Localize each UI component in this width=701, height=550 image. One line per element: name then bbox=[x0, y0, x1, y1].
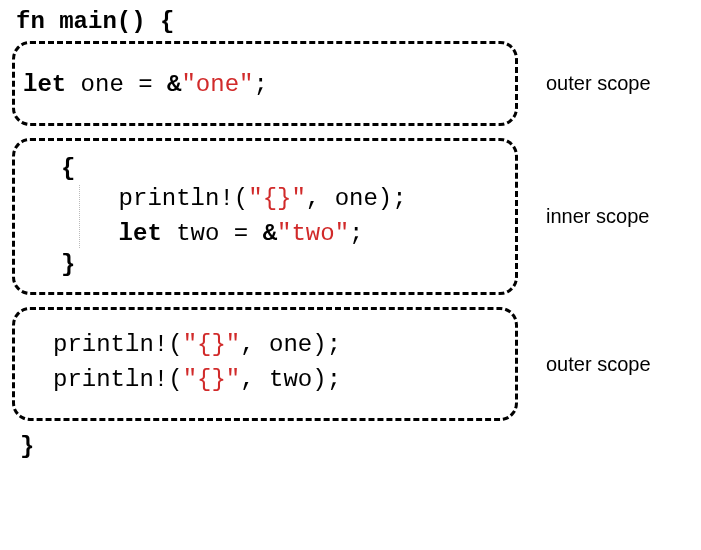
inner-brace-open: { bbox=[61, 155, 507, 182]
semi-two: ; bbox=[349, 220, 363, 247]
println-call-3b: , two); bbox=[240, 366, 341, 393]
outer-scope-row-2: println!("{}", one); println!("{}", two)… bbox=[12, 307, 701, 421]
amp-one: & bbox=[167, 71, 181, 98]
println-call-3a: println!( bbox=[53, 366, 183, 393]
inner-brace-close: } bbox=[61, 251, 507, 278]
outer-scope-box-2: println!("{}", one); println!("{}", two)… bbox=[12, 307, 518, 421]
inner-scope-box: { println!("{}", one); let two = &"two";… bbox=[12, 138, 518, 296]
println-two-outer: println!("{}", two); bbox=[23, 363, 507, 398]
one-equals: one = bbox=[81, 71, 167, 98]
fmt-outer-2: "{}" bbox=[183, 366, 241, 393]
string-two: "two" bbox=[277, 220, 349, 247]
println-call-1a: println!( bbox=[119, 185, 249, 212]
println-call-2b: , one); bbox=[240, 331, 341, 358]
inner-scope-label: inner scope bbox=[546, 205, 649, 228]
let-keyword: let bbox=[23, 71, 81, 98]
two-equals: two = bbox=[176, 220, 262, 247]
fn-main-text: fn main() { bbox=[16, 8, 174, 35]
let-keyword-two: let bbox=[119, 220, 177, 247]
fn-main-open: fn main() { bbox=[16, 8, 701, 35]
fmt-inner-1: "{}" bbox=[248, 185, 306, 212]
inner-scope-row: { println!("{}", one); let two = &"two";… bbox=[12, 138, 701, 296]
println-call-2a: println!( bbox=[53, 331, 183, 358]
outer-scope-box-1: let one = &"one"; bbox=[12, 41, 518, 126]
rust-scope-diagram: fn main() { let one = &"one"; outer scop… bbox=[0, 0, 701, 468]
let-one-line: let one = &"one"; bbox=[23, 68, 507, 103]
let-two-line: let two = &"two"; bbox=[23, 217, 507, 252]
semi-one: ; bbox=[253, 71, 267, 98]
println-one-inner: println!("{}", one); bbox=[23, 182, 507, 217]
fn-main-close: } bbox=[20, 433, 701, 460]
println-call-1b: , one); bbox=[306, 185, 407, 212]
println-one-outer: println!("{}", one); bbox=[23, 328, 507, 363]
outer-scope-label-2: outer scope bbox=[546, 353, 651, 376]
outer-scope-row-1: let one = &"one"; outer scope bbox=[12, 41, 701, 126]
string-one: "one" bbox=[181, 71, 253, 98]
outer-scope-label-1: outer scope bbox=[546, 72, 651, 95]
amp-two: & bbox=[263, 220, 277, 247]
fmt-outer-1: "{}" bbox=[183, 331, 241, 358]
